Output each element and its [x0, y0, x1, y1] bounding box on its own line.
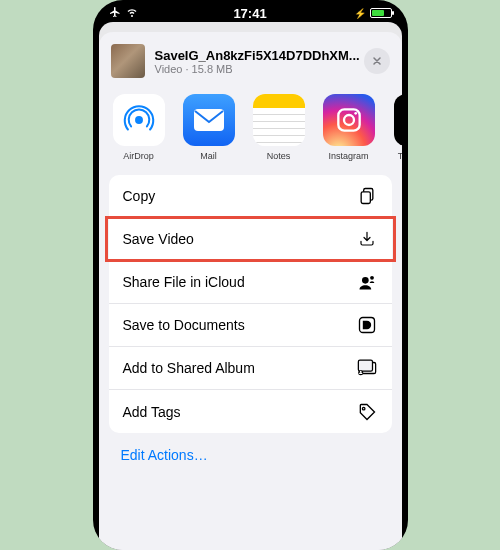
close-button[interactable]	[364, 48, 390, 74]
more-app-icon	[394, 94, 402, 146]
shared-album-icon	[356, 359, 378, 377]
action-label: Share File in iCloud	[123, 274, 245, 290]
airdrop-icon	[113, 94, 165, 146]
status-time: 17:41	[93, 6, 408, 21]
app-more[interactable]: T	[391, 94, 402, 161]
icloud-share-icon	[356, 272, 378, 292]
actions-list: Copy Save Video Share File in iCloud S	[109, 175, 392, 433]
svg-point-0	[135, 116, 143, 124]
file-meta: Video · 15.8 MB	[155, 63, 364, 75]
download-icon	[356, 230, 378, 248]
svg-point-8	[370, 276, 374, 280]
app-label: Mail	[200, 151, 217, 161]
svg-point-4	[354, 112, 357, 115]
svg-rect-11	[358, 360, 372, 371]
action-label: Save Video	[123, 231, 194, 247]
action-copy[interactable]: Copy	[109, 175, 392, 218]
svg-point-3	[344, 115, 354, 125]
action-label: Copy	[123, 188, 156, 204]
action-label: Save to Documents	[123, 317, 245, 333]
action-add-shared-album[interactable]: Add to Shared Album	[109, 347, 392, 390]
svg-point-14	[362, 407, 365, 410]
close-icon	[371, 55, 383, 67]
tag-icon	[356, 402, 378, 422]
svg-point-7	[362, 277, 369, 284]
svg-rect-1	[194, 109, 224, 131]
app-instagram[interactable]: Instagram	[321, 94, 377, 161]
instagram-icon	[323, 94, 375, 146]
action-add-tags[interactable]: Add Tags	[109, 390, 392, 433]
action-share-icloud[interactable]: Share File in iCloud	[109, 261, 392, 304]
svg-rect-6	[361, 192, 370, 204]
file-header: SaveIG_An8kzFi5X14D7DDhXM... Video · 15.…	[99, 42, 402, 88]
phone-frame: 17:41 ⚡ SaveIG_An8kzFi5X14D7DDhXM... Vid…	[93, 0, 408, 550]
action-save-video[interactable]: Save Video	[109, 218, 392, 261]
app-label: AirDrop	[123, 151, 154, 161]
documents-icon	[356, 315, 378, 335]
notes-icon	[253, 94, 305, 146]
app-label: T	[398, 151, 402, 161]
mail-icon	[183, 94, 235, 146]
file-thumbnail	[111, 44, 145, 78]
app-notes[interactable]: Notes	[251, 94, 307, 161]
battery-icon	[370, 8, 392, 18]
file-name: SaveIG_An8kzFi5X14D7DDhXM...	[155, 48, 364, 63]
app-label: Instagram	[328, 151, 368, 161]
action-label: Add Tags	[123, 404, 181, 420]
app-airdrop[interactable]: AirDrop	[111, 94, 167, 161]
edit-actions-link[interactable]: Edit Actions…	[99, 433, 402, 463]
share-apps-row: AirDrop Mail Notes	[99, 88, 402, 175]
share-sheet: SaveIG_An8kzFi5X14D7DDhXM... Video · 15.…	[99, 32, 402, 550]
action-save-documents[interactable]: Save to Documents	[109, 304, 392, 347]
app-mail[interactable]: Mail	[181, 94, 237, 161]
copy-icon	[356, 186, 378, 206]
action-label: Add to Shared Album	[123, 360, 255, 376]
app-label: Notes	[267, 151, 291, 161]
